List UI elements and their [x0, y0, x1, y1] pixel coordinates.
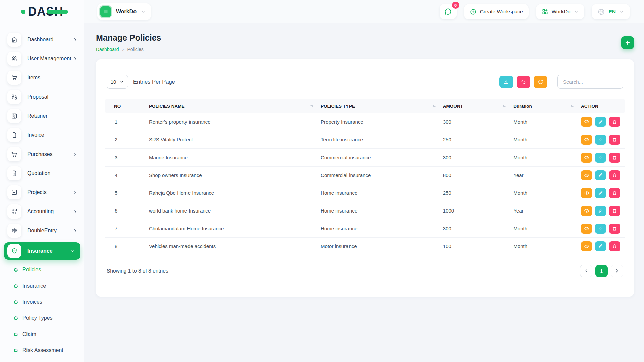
sidebar-item-retainer[interactable]: Retainer: [7, 109, 79, 123]
pencil-icon: [598, 190, 603, 195]
submenu-item[interactable]: Reinsurance: [14, 361, 84, 362]
shield-check-icon: [7, 244, 21, 258]
submenu-item[interactable]: Claim: [14, 328, 84, 340]
topbar: WorkDo 0 Create Workspace WorkDo: [84, 0, 644, 23]
search-input[interactable]: [557, 75, 623, 89]
pencil-icon: [598, 137, 603, 142]
table-row: 5 Raheja Qbe Home Insurance Home insuran…: [105, 184, 625, 202]
page-number-button[interactable]: 1: [595, 265, 608, 277]
undo-icon: [521, 79, 526, 85]
cell-amount: 300: [443, 113, 514, 131]
sort-icon[interactable]: [310, 104, 314, 108]
submenu-item-label: Policies: [22, 267, 41, 273]
submenu-item[interactable]: Insurance: [14, 280, 84, 292]
edit-button[interactable]: [595, 170, 606, 180]
view-button[interactable]: [581, 241, 592, 251]
eye-icon: [584, 173, 589, 178]
users-icon: [7, 52, 21, 66]
export-button[interactable]: [499, 76, 513, 88]
edit-button[interactable]: [595, 153, 606, 163]
view-button[interactable]: [581, 224, 592, 234]
table-row: 2 SRS Vitality Protect Term life insuran…: [105, 131, 625, 148]
delete-button[interactable]: [609, 117, 620, 127]
chevron-down-icon: [141, 9, 146, 14]
delete-button[interactable]: [609, 224, 620, 234]
sidebar-item-insurance[interactable]: Insurance: [4, 242, 80, 260]
delete-button[interactable]: [609, 206, 620, 216]
create-workspace-button[interactable]: Create Workspace: [464, 4, 529, 19]
sidebar-item-doubleentry[interactable]: DoubleEntry: [7, 223, 79, 238]
table-row: 7 Cholamandalam Home Insurance Home insu…: [105, 220, 625, 237]
app-logo[interactable]: DASH: [0, 0, 84, 23]
submenu-item[interactable]: Invoices: [14, 296, 84, 308]
delete-button[interactable]: [609, 241, 620, 251]
delete-button[interactable]: [609, 153, 620, 163]
sidebar-item-user-management[interactable]: User Management: [7, 51, 79, 66]
sidebar-item-invoice[interactable]: Invoice: [7, 128, 79, 142]
sort-icon[interactable]: [570, 104, 574, 108]
cell-no: 2: [105, 131, 149, 148]
chevron-down-icon: [70, 249, 75, 254]
language-code: EN: [608, 9, 616, 15]
edit-button[interactable]: [595, 241, 606, 251]
sort-icon[interactable]: [432, 104, 436, 108]
logo-dot-icon: [21, 10, 25, 14]
col-amount[interactable]: AMOUNT: [443, 99, 514, 113]
sidebar-item-projects[interactable]: Projects: [7, 185, 79, 200]
edit-button[interactable]: [595, 117, 606, 127]
previous-page-button[interactable]: [580, 265, 592, 277]
workspace-selector[interactable]: WorkDo: [97, 3, 151, 20]
view-button[interactable]: [581, 170, 592, 180]
bullet-icon: [14, 333, 18, 336]
submenu-item[interactable]: Risk Assessment: [14, 345, 84, 356]
chevron-right-icon: [73, 56, 78, 61]
cell-policy-type: Commercial insurance: [321, 166, 443, 184]
delete-button[interactable]: [609, 135, 620, 145]
sidebar-item-proposal[interactable]: Proposal: [7, 89, 79, 104]
cell-no: 1: [105, 113, 149, 131]
submenu-item[interactable]: Policy Types: [14, 312, 84, 324]
view-button[interactable]: [581, 206, 592, 216]
edit-button[interactable]: [595, 224, 606, 234]
submenu-item-label: Policy Types: [22, 315, 53, 321]
table-row: 8 Vehicles man-made accidents Motor insu…: [105, 237, 625, 255]
delete-button[interactable]: [609, 188, 620, 198]
view-button[interactable]: [581, 188, 592, 198]
cell-duration: Year: [513, 166, 581, 184]
col-policies-name[interactable]: POLICIES NAME: [149, 99, 321, 113]
messages-button[interactable]: 0: [440, 4, 457, 19]
breadcrumb: Dashboard › Policies: [96, 46, 161, 52]
language-selector[interactable]: EN: [592, 4, 630, 19]
col-policies-type[interactable]: POLICIES TYPE: [321, 99, 443, 113]
sidebar-item-items[interactable]: Items: [7, 70, 79, 85]
sidebar-item-quotation[interactable]: Quotation: [7, 166, 79, 181]
row-actions: [581, 135, 625, 145]
sort-icon[interactable]: [502, 104, 506, 108]
view-button[interactable]: [581, 117, 592, 127]
cell-no: 6: [105, 202, 149, 220]
edit-button[interactable]: [595, 188, 606, 198]
view-button[interactable]: [581, 135, 592, 145]
view-button[interactable]: [581, 153, 592, 163]
reset-button[interactable]: [517, 76, 530, 88]
next-page-button[interactable]: [611, 265, 623, 277]
chevron-right-icon: [73, 228, 78, 233]
row-actions: [581, 241, 625, 251]
col-duration[interactable]: Duration: [513, 99, 581, 113]
cell-no: 5: [105, 184, 149, 202]
sidebar-item-dashboard[interactable]: Dashboard: [7, 32, 79, 47]
sidebar-item-purchases[interactable]: Purchases: [7, 147, 79, 162]
delete-button[interactable]: [609, 170, 620, 180]
apps-menu-button[interactable]: WorkDo: [536, 4, 585, 19]
row-actions: [581, 224, 625, 234]
edit-button[interactable]: [595, 135, 606, 145]
add-policy-button[interactable]: [621, 36, 634, 49]
entries-per-page-select[interactable]: 10: [107, 75, 128, 89]
cell-duration: Month: [513, 184, 581, 202]
breadcrumb-dashboard-link[interactable]: Dashboard: [96, 47, 119, 52]
sidebar-nav: Dashboard User Management Items Proposal: [0, 23, 84, 362]
edit-button[interactable]: [595, 206, 606, 216]
sidebar-item-accounting[interactable]: Accounting: [7, 204, 79, 219]
submenu-item[interactable]: Policies: [14, 264, 84, 276]
refresh-button[interactable]: [534, 76, 547, 88]
